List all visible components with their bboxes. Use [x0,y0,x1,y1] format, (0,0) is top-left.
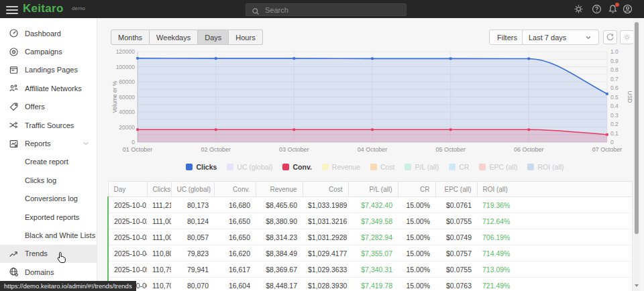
chevron-down-icon [82,139,90,148]
column-header-day[interactable]: Day [108,182,147,197]
sidebar-item-label: Reports [25,139,51,148]
search-input[interactable] [264,5,406,15]
y-right-tick: 0.7 [610,76,619,82]
legend-label: Clicks [196,163,217,171]
trends-table: DayClicksUC (global)Conv.RevenueCostP/L … [107,181,633,291]
table-cell: $7,419.78 [348,278,398,291]
filters-button[interactable]: Filters [489,30,525,45]
x-tick: 01 October [123,146,153,153]
tab-months[interactable]: Months [111,30,150,45]
table-row: 2025-10-04110,8079,82316,620$8,384.49$1,… [108,245,632,261]
legend-item-roi-all-[interactable]: ROI (all) [527,163,564,171]
help-button[interactable] [592,4,602,14]
scrollbar-down-arrow[interactable] [635,284,639,289]
sidebar-item-label: Exported reports [25,213,79,221]
legend-label: Cost [380,163,395,171]
table-cell: 712.64% [477,213,632,229]
filters-button-label: Filters [497,34,517,42]
legend-item-epc-all-[interactable]: EPC (all) [479,163,517,171]
column-header-uc-global-[interactable]: UC (global) [171,182,214,197]
y-right-tick: 0.1 [610,130,619,137]
column-header-p-l-all-[interactable]: P/L (all) [348,182,398,197]
table-cell: 15.00% [398,245,435,261]
date-range-select[interactable]: Last 7 days [522,30,599,45]
y-left-tick: 100000 [116,64,136,70]
table-cell: $8,465.60 [256,197,303,213]
data-point [293,57,296,60]
hamburger-menu-icon[interactable] [6,4,18,14]
column-header-roi-all-[interactable]: ROI (all) [477,182,632,197]
account-avatar-button[interactable] [623,4,633,14]
x-tick: 07 October [592,146,623,153]
legend-label: Conv. [292,163,311,171]
table-cell: 80,173 [171,197,214,213]
table-cell: $0.0757 [435,245,477,261]
table-cell: $8,369.67 [256,261,303,278]
notifications-bell-icon[interactable] [608,4,618,14]
sidebar-item-affiliate-networks[interactable]: Affiliate Networks [0,79,97,97]
table-cell: 16,650 [214,213,256,229]
sidebar-item-trends[interactable]: Trends [0,245,97,263]
legend-item-clicks[interactable]: Clicks [186,163,217,171]
offers-icon [9,102,19,112]
table-cell: $0.0761 [435,197,477,213]
sidebar-item-create-report[interactable]: Create report [0,153,97,171]
table-cell: 79,823 [171,245,214,261]
table-cell: 706.19% [477,229,632,245]
sidebar-item-label: Black and White Lists [25,231,95,239]
refresh-button[interactable] [603,30,617,44]
legend-swatch [322,164,329,170]
tab-days[interactable]: Days [198,30,229,45]
chart-settings-button[interactable] [620,30,634,44]
y-right-tick: 0.9 [610,58,619,64]
scrollbar-thumb[interactable] [635,22,639,234]
legend-label: P/L (all) [415,163,439,171]
column-header-cost[interactable]: Cost [303,182,348,197]
legend-label: ROI (all) [537,163,564,171]
table-cell: 16,617 [214,261,256,278]
tab-weekdays[interactable]: Weekdays [150,30,198,45]
column-header-clicks[interactable]: Clicks [147,182,171,197]
sidebar-item-offers[interactable]: Offers [0,98,97,116]
legend-item-conv-[interactable]: Conv. [282,163,311,171]
sidebar-item-domains[interactable]: Domains [0,263,97,281]
sidebar-item-landings-pages[interactable]: Landings Pages [0,61,97,79]
brand-logo: Keitaro [23,2,64,15]
notification-badge [615,3,619,7]
legend-item-revenue[interactable]: Revenue [322,163,360,171]
legend-item-cr[interactable]: CR [449,163,469,171]
table-cell: $8,384.49 [256,245,303,261]
column-header-conv-[interactable]: Conv. [214,182,256,197]
table-cell: 15.00% [398,197,435,213]
sidebar-item-campaigns[interactable]: Campaigns [0,42,97,60]
settings-gear-button[interactable] [574,4,584,14]
legend-item-cost[interactable]: Cost [370,163,395,171]
sidebar-item-black-and-white-lists[interactable]: Black and White Lists [0,226,97,244]
chart-legend: ClicksUC (global)Conv.RevenueCostP/L (al… [110,163,640,171]
column-header-cr[interactable]: CR [398,182,435,197]
sidebar-item-clicks-log[interactable]: Clicks log [0,171,97,189]
y-left-tick: 40000 [119,109,135,115]
view-granularity-tabs: MonthsWeekdaysDaysHours [111,30,263,45]
column-header-epc-all-[interactable]: EPC (all) [435,182,477,197]
sidebar-item-reports[interactable]: Reports [0,134,97,152]
y-right-tick: 0.4 [610,103,619,109]
column-header-revenue[interactable]: Revenue [256,182,303,197]
legend-item-p-l-all-[interactable]: P/L (all) [405,163,439,171]
sidebar-item-dashboard[interactable]: Dashboard [0,24,97,42]
table-cell: 2025-10-01 [108,197,147,213]
y-left-axis-title: Volume or % [111,80,118,113]
table-cell: $1,028.3930 [303,278,348,291]
sidebar-item-conversions-log[interactable]: Conversions log [0,190,97,208]
table-cell: 80,057 [171,229,214,245]
sidebar-item-traffic-sources[interactable]: Traffic Sources [0,116,97,134]
x-tick: 03 October [279,146,309,153]
data-point [606,133,608,136]
sidebar-item-label: Clicks log [25,176,56,184]
sidebar-item-exported-reports[interactable]: Exported reports [0,208,97,226]
table-cell: 2025-10-04 [108,245,147,261]
table-cell: 15.00% [398,278,435,291]
tab-hours[interactable]: Hours [229,30,262,45]
legend-item-uc-global-[interactable]: UC (global) [227,163,272,171]
legend-swatch [479,164,486,170]
